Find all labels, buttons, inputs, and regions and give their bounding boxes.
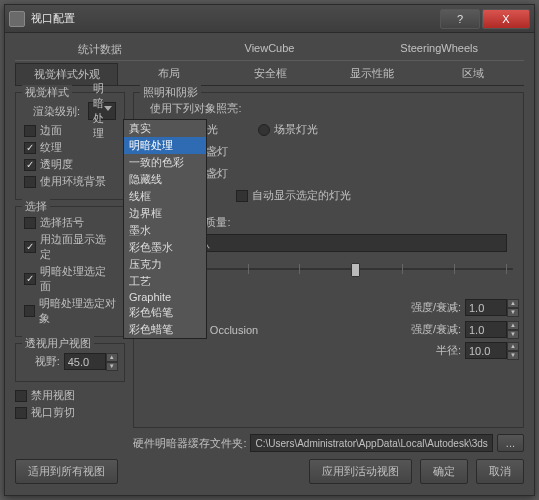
- fov-label: 视野:: [35, 354, 60, 369]
- radius-spinner[interactable]: 10.0▲▼: [465, 342, 507, 359]
- ok-button[interactable]: 确定: [420, 459, 468, 484]
- spin-up-icon[interactable]: ▲: [106, 353, 118, 362]
- dropdown-option[interactable]: 明暗处理: [124, 137, 206, 154]
- tab-perf[interactable]: 显示性能: [321, 63, 422, 85]
- dropdown-option[interactable]: Graphite: [124, 290, 206, 304]
- checkbox-vp-clip[interactable]: 视口剪切: [15, 405, 125, 420]
- dropdown-option[interactable]: 彩色铅笔: [124, 304, 206, 321]
- group-selection: 选择 选择括号 用边面显示选定 明暗处理选定面 明暗处理选定对象: [15, 206, 125, 337]
- checkbox-edge-sel[interactable]: 用边面显示选定: [24, 232, 116, 262]
- group-visual-style: 视觉样式 渲染级别: 明暗处理 边面 纹理 透明度 使用环境背景 真实明暗处理一…: [15, 92, 125, 200]
- tab-steering[interactable]: SteeringWheels: [354, 39, 524, 60]
- dropdown-option[interactable]: 边界框: [124, 205, 206, 222]
- dropdown-option[interactable]: 一致的色彩: [124, 154, 206, 171]
- render-level-dropdown[interactable]: 真实明暗处理一致的色彩隐藏线线框边界框墨水彩色墨水压克力工艺Graphite彩色…: [123, 119, 207, 339]
- tab-region[interactable]: 区域: [423, 63, 524, 85]
- group-title: 选择: [22, 199, 50, 214]
- window-title: 视口配置: [31, 11, 438, 26]
- browse-button[interactable]: ...: [497, 434, 524, 452]
- dropdown-option[interactable]: 墨水: [124, 222, 206, 239]
- help-button[interactable]: ?: [440, 9, 480, 29]
- checkbox-shade-sel-obj[interactable]: 明暗处理选定对象: [24, 296, 116, 326]
- group-title: 视觉样式: [22, 85, 72, 100]
- render-level-label: 渲染级别:: [24, 104, 84, 119]
- dropdown-option[interactable]: 工艺: [124, 273, 206, 290]
- cancel-button[interactable]: 取消: [476, 459, 524, 484]
- checkbox-transparency[interactable]: 透明度: [24, 157, 116, 172]
- render-level-value: 明暗处理: [93, 81, 111, 141]
- chevron-down-icon: [104, 106, 112, 111]
- dropdown-option[interactable]: 彩色墨水: [124, 239, 206, 256]
- cache-path-field[interactable]: C:\Users\Administrator\AppData\Local\Aut…: [250, 434, 492, 452]
- tab-safeframe[interactable]: 安全框: [220, 63, 321, 85]
- tab-viewcube[interactable]: ViewCube: [185, 39, 355, 60]
- dropdown-option[interactable]: 压克力: [124, 256, 206, 273]
- intensity-label-2: 强度/衰减:: [411, 322, 461, 337]
- group-title: 透视用户视图: [22, 336, 94, 351]
- group-persp: 透视用户视图 视野: 45.0▲▼: [15, 343, 125, 382]
- tab-row-1: 统计数据 ViewCube SteeringWheels: [15, 39, 524, 61]
- slider-thumb[interactable]: [351, 263, 360, 277]
- render-level-combo[interactable]: 明暗处理: [88, 102, 116, 120]
- illuminate-with-label: 使用下列对象照亮:: [150, 101, 515, 116]
- intensity-spinner-2[interactable]: 1.0▲▼: [465, 321, 507, 338]
- apply-active-button[interactable]: 应用到活动视图: [309, 459, 412, 484]
- dropdown-option[interactable]: 真实: [124, 120, 206, 137]
- intensity-spinner-1[interactable]: 1.0▲▼: [465, 299, 507, 316]
- tab-layout[interactable]: 布局: [118, 63, 219, 85]
- checkbox-disable-vp[interactable]: 禁用视图: [15, 388, 125, 403]
- dropdown-option[interactable]: 彩色蜡笔: [124, 321, 206, 338]
- radio-scene-lights[interactable]: 场景灯光: [258, 122, 318, 137]
- cache-folder-label: 硬件明暗器缓存文件夹:: [133, 436, 246, 451]
- checkbox-texture[interactable]: 纹理: [24, 140, 116, 155]
- dropdown-option[interactable]: 线框: [124, 188, 206, 205]
- fov-spinner[interactable]: 45.0▲▼: [64, 353, 106, 370]
- dropdown-option[interactable]: 隐藏线: [124, 171, 206, 188]
- spin-down-icon[interactable]: ▼: [106, 362, 118, 371]
- checkbox-shade-sel-face[interactable]: 明暗处理选定面: [24, 264, 116, 294]
- tab-row-2: 视觉样式外观 布局 安全框 显示性能 区域: [15, 63, 524, 86]
- group-title: 照明和阴影: [140, 85, 201, 100]
- checkbox-sel-brackets[interactable]: 选择括号: [24, 215, 116, 230]
- intensity-label-1: 强度/衰减:: [411, 300, 461, 315]
- tab-stats[interactable]: 统计数据: [15, 39, 185, 60]
- titlebar[interactable]: 视口配置 ? X: [5, 5, 534, 33]
- close-button[interactable]: X: [482, 9, 530, 29]
- checkbox-auto-sel-light[interactable]: 自动显示选定的灯光: [236, 188, 351, 203]
- checkbox-env-bg[interactable]: 使用环境背景: [24, 174, 116, 189]
- app-icon: [9, 11, 25, 27]
- radius-label: 半径:: [436, 343, 461, 358]
- viewport-config-window: 视口配置 ? X 统计数据 ViewCube SteeringWheels 视觉…: [4, 4, 535, 496]
- apply-all-button[interactable]: 适用到所有视图: [15, 459, 118, 484]
